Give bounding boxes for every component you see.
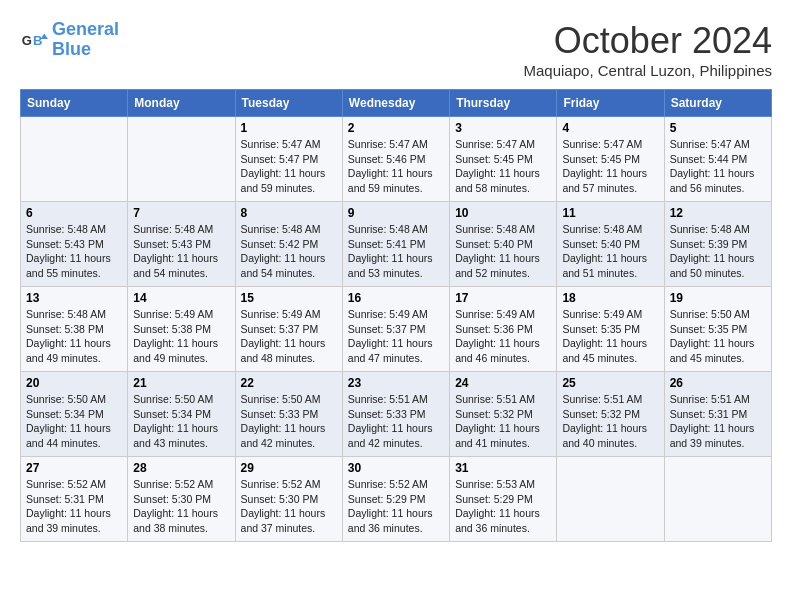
day-number: 31: [455, 461, 551, 475]
day-cell: 30Sunrise: 5:52 AM Sunset: 5:29 PM Dayli…: [342, 457, 449, 542]
month-title: October 2024: [524, 20, 773, 62]
day-cell: [557, 457, 664, 542]
day-info: Sunrise: 5:49 AM Sunset: 5:36 PM Dayligh…: [455, 307, 551, 366]
day-number: 11: [562, 206, 658, 220]
day-info: Sunrise: 5:47 AM Sunset: 5:45 PM Dayligh…: [455, 137, 551, 196]
day-cell: 24Sunrise: 5:51 AM Sunset: 5:32 PM Dayli…: [450, 372, 557, 457]
day-cell: 23Sunrise: 5:51 AM Sunset: 5:33 PM Dayli…: [342, 372, 449, 457]
week-row-1: 1Sunrise: 5:47 AM Sunset: 5:47 PM Daylig…: [21, 117, 772, 202]
day-cell: 13Sunrise: 5:48 AM Sunset: 5:38 PM Dayli…: [21, 287, 128, 372]
day-number: 29: [241, 461, 337, 475]
day-info: Sunrise: 5:49 AM Sunset: 5:38 PM Dayligh…: [133, 307, 229, 366]
column-header-saturday: Saturday: [664, 90, 771, 117]
day-number: 22: [241, 376, 337, 390]
day-cell: 22Sunrise: 5:50 AM Sunset: 5:33 PM Dayli…: [235, 372, 342, 457]
day-number: 8: [241, 206, 337, 220]
day-info: Sunrise: 5:51 AM Sunset: 5:33 PM Dayligh…: [348, 392, 444, 451]
day-cell: 28Sunrise: 5:52 AM Sunset: 5:30 PM Dayli…: [128, 457, 235, 542]
day-cell: 11Sunrise: 5:48 AM Sunset: 5:40 PM Dayli…: [557, 202, 664, 287]
day-info: Sunrise: 5:51 AM Sunset: 5:31 PM Dayligh…: [670, 392, 766, 451]
day-info: Sunrise: 5:49 AM Sunset: 5:37 PM Dayligh…: [348, 307, 444, 366]
title-block: October 2024 Maquiapo, Central Luzon, Ph…: [524, 20, 773, 79]
day-info: Sunrise: 5:48 AM Sunset: 5:43 PM Dayligh…: [133, 222, 229, 281]
day-cell: 20Sunrise: 5:50 AM Sunset: 5:34 PM Dayli…: [21, 372, 128, 457]
day-number: 16: [348, 291, 444, 305]
day-info: Sunrise: 5:48 AM Sunset: 5:43 PM Dayligh…: [26, 222, 122, 281]
day-cell: 14Sunrise: 5:49 AM Sunset: 5:38 PM Dayli…: [128, 287, 235, 372]
day-cell: 7Sunrise: 5:48 AM Sunset: 5:43 PM Daylig…: [128, 202, 235, 287]
week-row-5: 27Sunrise: 5:52 AM Sunset: 5:31 PM Dayli…: [21, 457, 772, 542]
day-info: Sunrise: 5:50 AM Sunset: 5:34 PM Dayligh…: [133, 392, 229, 451]
day-cell: 8Sunrise: 5:48 AM Sunset: 5:42 PM Daylig…: [235, 202, 342, 287]
week-row-2: 6Sunrise: 5:48 AM Sunset: 5:43 PM Daylig…: [21, 202, 772, 287]
day-cell: 16Sunrise: 5:49 AM Sunset: 5:37 PM Dayli…: [342, 287, 449, 372]
day-info: Sunrise: 5:48 AM Sunset: 5:40 PM Dayligh…: [562, 222, 658, 281]
svg-text:B: B: [33, 32, 42, 47]
day-number: 30: [348, 461, 444, 475]
day-number: 18: [562, 291, 658, 305]
day-info: Sunrise: 5:48 AM Sunset: 5:39 PM Dayligh…: [670, 222, 766, 281]
day-info: Sunrise: 5:52 AM Sunset: 5:30 PM Dayligh…: [133, 477, 229, 536]
day-number: 2: [348, 121, 444, 135]
day-info: Sunrise: 5:48 AM Sunset: 5:42 PM Dayligh…: [241, 222, 337, 281]
day-info: Sunrise: 5:50 AM Sunset: 5:35 PM Dayligh…: [670, 307, 766, 366]
day-number: 7: [133, 206, 229, 220]
day-cell: [21, 117, 128, 202]
day-info: Sunrise: 5:52 AM Sunset: 5:29 PM Dayligh…: [348, 477, 444, 536]
day-info: Sunrise: 5:51 AM Sunset: 5:32 PM Dayligh…: [562, 392, 658, 451]
day-number: 4: [562, 121, 658, 135]
day-number: 1: [241, 121, 337, 135]
day-cell: 9Sunrise: 5:48 AM Sunset: 5:41 PM Daylig…: [342, 202, 449, 287]
day-number: 20: [26, 376, 122, 390]
day-cell: 10Sunrise: 5:48 AM Sunset: 5:40 PM Dayli…: [450, 202, 557, 287]
day-number: 23: [348, 376, 444, 390]
day-number: 15: [241, 291, 337, 305]
location: Maquiapo, Central Luzon, Philippines: [524, 62, 773, 79]
page-header: G B GeneralBlue October 2024 Maquiapo, C…: [20, 20, 772, 79]
day-number: 28: [133, 461, 229, 475]
day-number: 26: [670, 376, 766, 390]
day-cell: 27Sunrise: 5:52 AM Sunset: 5:31 PM Dayli…: [21, 457, 128, 542]
day-number: 9: [348, 206, 444, 220]
day-cell: 26Sunrise: 5:51 AM Sunset: 5:31 PM Dayli…: [664, 372, 771, 457]
day-info: Sunrise: 5:48 AM Sunset: 5:40 PM Dayligh…: [455, 222, 551, 281]
day-cell: [664, 457, 771, 542]
day-cell: 17Sunrise: 5:49 AM Sunset: 5:36 PM Dayli…: [450, 287, 557, 372]
day-cell: 2Sunrise: 5:47 AM Sunset: 5:46 PM Daylig…: [342, 117, 449, 202]
day-cell: 29Sunrise: 5:52 AM Sunset: 5:30 PM Dayli…: [235, 457, 342, 542]
day-cell: 12Sunrise: 5:48 AM Sunset: 5:39 PM Dayli…: [664, 202, 771, 287]
day-info: Sunrise: 5:52 AM Sunset: 5:30 PM Dayligh…: [241, 477, 337, 536]
day-cell: 1Sunrise: 5:47 AM Sunset: 5:47 PM Daylig…: [235, 117, 342, 202]
day-cell: 25Sunrise: 5:51 AM Sunset: 5:32 PM Dayli…: [557, 372, 664, 457]
day-info: Sunrise: 5:49 AM Sunset: 5:37 PM Dayligh…: [241, 307, 337, 366]
column-header-thursday: Thursday: [450, 90, 557, 117]
day-number: 25: [562, 376, 658, 390]
day-info: Sunrise: 5:47 AM Sunset: 5:47 PM Dayligh…: [241, 137, 337, 196]
day-cell: 15Sunrise: 5:49 AM Sunset: 5:37 PM Dayli…: [235, 287, 342, 372]
day-info: Sunrise: 5:49 AM Sunset: 5:35 PM Dayligh…: [562, 307, 658, 366]
day-cell: 3Sunrise: 5:47 AM Sunset: 5:45 PM Daylig…: [450, 117, 557, 202]
day-info: Sunrise: 5:48 AM Sunset: 5:41 PM Dayligh…: [348, 222, 444, 281]
day-number: 13: [26, 291, 122, 305]
logo-icon: G B: [20, 26, 48, 54]
day-cell: 18Sunrise: 5:49 AM Sunset: 5:35 PM Dayli…: [557, 287, 664, 372]
column-header-monday: Monday: [128, 90, 235, 117]
day-number: 5: [670, 121, 766, 135]
header-row: SundayMondayTuesdayWednesdayThursdayFrid…: [21, 90, 772, 117]
day-number: 17: [455, 291, 551, 305]
column-header-sunday: Sunday: [21, 90, 128, 117]
svg-text:G: G: [22, 32, 32, 47]
day-cell: 5Sunrise: 5:47 AM Sunset: 5:44 PM Daylig…: [664, 117, 771, 202]
day-cell: 4Sunrise: 5:47 AM Sunset: 5:45 PM Daylig…: [557, 117, 664, 202]
day-info: Sunrise: 5:47 AM Sunset: 5:44 PM Dayligh…: [670, 137, 766, 196]
week-row-4: 20Sunrise: 5:50 AM Sunset: 5:34 PM Dayli…: [21, 372, 772, 457]
day-number: 6: [26, 206, 122, 220]
day-info: Sunrise: 5:50 AM Sunset: 5:33 PM Dayligh…: [241, 392, 337, 451]
day-cell: [128, 117, 235, 202]
day-number: 21: [133, 376, 229, 390]
day-number: 27: [26, 461, 122, 475]
week-row-3: 13Sunrise: 5:48 AM Sunset: 5:38 PM Dayli…: [21, 287, 772, 372]
day-info: Sunrise: 5:52 AM Sunset: 5:31 PM Dayligh…: [26, 477, 122, 536]
day-info: Sunrise: 5:48 AM Sunset: 5:38 PM Dayligh…: [26, 307, 122, 366]
logo: G B GeneralBlue: [20, 20, 119, 60]
